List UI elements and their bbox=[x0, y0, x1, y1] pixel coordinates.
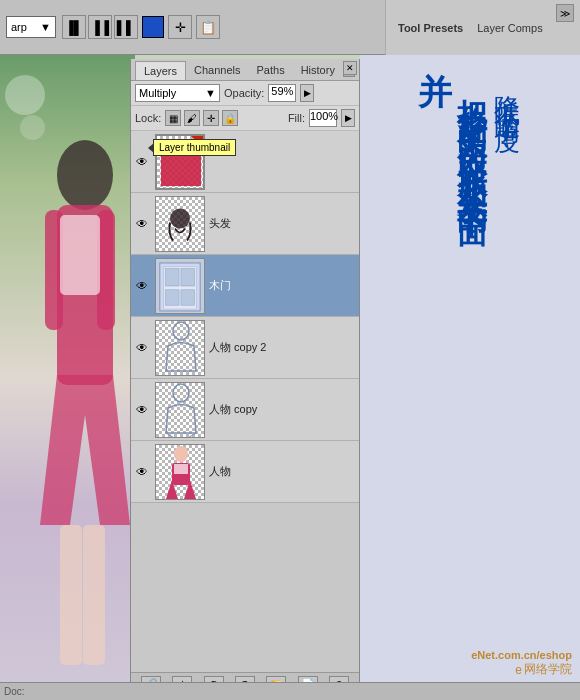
layer-5-thumb bbox=[155, 382, 205, 438]
opacity-label: Opacity: bbox=[224, 87, 264, 99]
watermark-site: eNet.com.cn/eshop bbox=[471, 649, 572, 661]
blend-mode-value: Multiply bbox=[139, 87, 176, 99]
move-icon[interactable]: ✛ bbox=[168, 15, 192, 39]
opacity-input[interactable]: 59% bbox=[268, 84, 296, 102]
opacity-arrow[interactable]: ▶ bbox=[300, 84, 314, 102]
toolbar-icons: ▐▌ ▐▐ ▌▌ ✛ 📋 bbox=[62, 15, 220, 39]
layer-item[interactable]: 👁 人物 bbox=[131, 441, 359, 503]
toolbar-right-panel: ≫ Tool Presets Layer Comps bbox=[385, 0, 580, 55]
icon-barcode-2[interactable]: ▐▐ bbox=[88, 15, 112, 39]
thumb-2-svg bbox=[165, 206, 195, 241]
tool-name: arp bbox=[11, 21, 27, 33]
layer-2-name: 头发 bbox=[209, 216, 357, 231]
thumb-4-svg bbox=[156, 321, 205, 376]
bokeh-2 bbox=[20, 115, 45, 140]
tab-layers[interactable]: Layers bbox=[135, 61, 186, 80]
svg-rect-20 bbox=[174, 464, 188, 474]
svg-point-18 bbox=[174, 446, 188, 462]
svg-point-15 bbox=[173, 384, 189, 402]
bottom-bar: Doc: bbox=[0, 682, 580, 700]
bokeh-1 bbox=[5, 75, 45, 115]
lock-label: Lock: bbox=[135, 112, 161, 124]
lock-all[interactable]: 🔒 bbox=[222, 110, 238, 126]
lock-move[interactable]: ✛ bbox=[203, 110, 219, 126]
layers-list[interactable]: 👁 Layer thumbnail 👁 bbox=[131, 131, 359, 672]
thumb-5-svg bbox=[156, 383, 205, 438]
photo-area bbox=[0, 55, 135, 700]
tab-paths[interactable]: Paths bbox=[249, 61, 293, 79]
text-container: 并 把修好的木门放在衣服和头发的下面 降低不透明度！ bbox=[418, 65, 522, 628]
main-area: Layers Channels Paths History ▶ ✕ Multip… bbox=[0, 55, 580, 700]
thumb-6-svg bbox=[156, 445, 205, 500]
layer-item[interactable]: 👁 Layer thumbnail bbox=[131, 131, 359, 193]
layer-1-visibility[interactable]: 👁 bbox=[133, 153, 151, 171]
layer-3-thumb bbox=[155, 258, 205, 314]
blend-row: Multiply ▼ Opacity: 59% ▶ bbox=[131, 81, 359, 106]
lock-brush[interactable]: 🖌 bbox=[184, 110, 200, 126]
svg-point-0 bbox=[57, 140, 113, 210]
layer-3-visibility[interactable]: 👁 bbox=[133, 277, 151, 295]
tab-history[interactable]: History bbox=[293, 61, 343, 79]
expand-arrow: ≫ bbox=[560, 8, 570, 19]
blue-square-icon[interactable] bbox=[142, 16, 164, 38]
layer-item[interactable]: 👁 木门 bbox=[131, 255, 359, 317]
fill-label: Fill: bbox=[288, 112, 305, 124]
blend-mode-select[interactable]: Multiply ▼ bbox=[135, 84, 220, 102]
panel-tabs-top: Tool Presets Layer Comps bbox=[386, 16, 555, 40]
svg-rect-10 bbox=[166, 268, 179, 285]
layers-panel: Layers Channels Paths History ▶ ✕ Multip… bbox=[130, 59, 360, 697]
panel-header: Layers Channels Paths History ▶ ✕ bbox=[131, 59, 359, 81]
watermark-name: e 网络学院 bbox=[471, 661, 572, 678]
svg-rect-6 bbox=[83, 525, 105, 665]
tab-layer-comps[interactable]: Layer Comps bbox=[473, 20, 546, 36]
layer-6-name: 人物 bbox=[209, 464, 357, 479]
exclaim-text: 降低不透明度！ bbox=[493, 75, 522, 143]
close-btn[interactable]: ✕ bbox=[343, 61, 357, 75]
layer-1-thumb bbox=[155, 134, 205, 190]
svg-point-7 bbox=[170, 208, 190, 228]
layer-3-name: 木门 bbox=[209, 278, 357, 293]
person-silhouette bbox=[25, 95, 135, 675]
fill-value: 100% bbox=[310, 110, 338, 122]
right-text-panel: 并 把修好的木门放在衣服和头发的下面 降低不透明度！ eNet.com.cn/e… bbox=[360, 55, 580, 700]
svg-point-14 bbox=[173, 322, 189, 340]
icon-barcode-3[interactable]: ▌▌ bbox=[114, 15, 138, 39]
icon-group-1: ▐▌ ▐▐ ▌▌ bbox=[62, 15, 138, 39]
layer-item[interactable]: 👁 头发 bbox=[131, 193, 359, 255]
tab-channels[interactable]: Channels bbox=[186, 61, 248, 79]
layer-6-thumb bbox=[155, 444, 205, 500]
char-bing: 并 bbox=[418, 75, 452, 109]
lock-row: Lock: ▦ 🖌 ✛ 🔒 Fill: 100% ▶ bbox=[131, 106, 359, 131]
layer-item[interactable]: 👁 人物 copy 2 bbox=[131, 317, 359, 379]
layer-5-name: 人物 copy bbox=[209, 402, 357, 417]
panel-tabs: Layers Channels Paths History bbox=[135, 61, 343, 79]
main-text: 把修好的木门放在衣服和头发的下面 bbox=[456, 75, 489, 203]
top-toolbar: arp ▼ ▐▌ ▐▐ ▌▌ ✛ 📋 ≫ Tool Presets Layer … bbox=[0, 0, 580, 55]
watermark-container: eNet.com.cn/eshop e 网络学院 bbox=[471, 649, 572, 678]
layer-2-visibility[interactable]: 👁 bbox=[133, 215, 151, 233]
svg-rect-13 bbox=[181, 289, 194, 304]
fill-input[interactable]: 100% bbox=[309, 109, 337, 127]
layer-4-visibility[interactable]: 👁 bbox=[133, 339, 151, 357]
tool-dropdown[interactable]: arp ▼ bbox=[6, 16, 56, 38]
thumb-3-svg bbox=[156, 259, 204, 313]
svg-rect-5 bbox=[60, 525, 82, 665]
watermark-icon: e bbox=[515, 663, 522, 677]
expand-icon[interactable]: ≫ bbox=[556, 4, 574, 22]
lock-checkerboard[interactable]: ▦ bbox=[165, 110, 181, 126]
dropdown-arrow: ▼ bbox=[40, 21, 51, 33]
status-text: Doc: bbox=[4, 686, 25, 697]
layer-2-thumb bbox=[155, 196, 205, 252]
tab-tool-presets[interactable]: Tool Presets bbox=[394, 20, 467, 36]
layer-4-name: 人物 copy 2 bbox=[209, 340, 357, 355]
clipboard-icon[interactable]: 📋 bbox=[196, 15, 220, 39]
opacity-value: 59% bbox=[271, 85, 293, 97]
layer-item[interactable]: 👁 人物 copy bbox=[131, 379, 359, 441]
fill-arrow[interactable]: ▶ bbox=[341, 109, 355, 127]
layer-4-thumb bbox=[155, 320, 205, 376]
red-corner-flag bbox=[191, 136, 203, 148]
layer-5-visibility[interactable]: 👁 bbox=[133, 401, 151, 419]
icon-barcode-1[interactable]: ▐▌ bbox=[62, 15, 86, 39]
layer-6-visibility[interactable]: 👁 bbox=[133, 463, 151, 481]
blend-mode-arrow: ▼ bbox=[205, 87, 216, 99]
